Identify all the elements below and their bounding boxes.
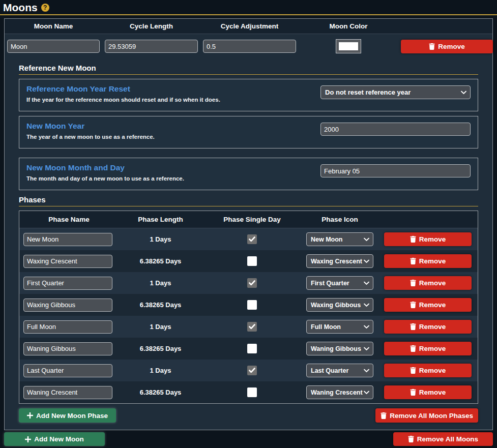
remove-phase-button[interactable]: Remove [384, 385, 472, 399]
cycle-length-input[interactable] [105, 40, 198, 53]
chevron-down-icon [364, 281, 369, 285]
phase-icon-select[interactable]: Full Moon [306, 320, 373, 334]
moon-color-picker[interactable] [336, 39, 361, 53]
remove-phase-button[interactable]: Remove [384, 232, 472, 246]
page-footer: Add New Moon Remove All Moons [4, 432, 493, 446]
remove-phase-button[interactable]: Remove [384, 254, 472, 268]
help-icon[interactable]: ? [41, 4, 49, 12]
remove-phase-label: Remove [419, 367, 446, 374]
phase-single-day-checkbox[interactable] [247, 256, 257, 266]
phase-icon-select[interactable]: Waning Gibbous [306, 342, 373, 355]
remove-all-moon-phases-label: Remove All Moon Phases [390, 412, 473, 420]
setting-title: Reference Moon Year Reset [26, 84, 220, 94]
new-moon-year-input[interactable] [320, 123, 471, 136]
moon-name-input[interactable] [7, 40, 100, 53]
chevron-down-icon [461, 91, 466, 94]
chevron-down-icon [364, 325, 369, 328]
add-new-moon-button[interactable]: Add New Moon [4, 432, 105, 446]
trash-icon [381, 412, 387, 419]
new-moon-month-day-input[interactable] [320, 164, 471, 177]
remove-phase-label: Remove [419, 389, 446, 396]
phase-row: 6.38265 Days Waning Gibbous Remove [19, 338, 478, 360]
cycle-adjustment-input[interactable] [203, 40, 296, 53]
remove-phase-button[interactable]: Remove [384, 342, 472, 355]
selected-option-label: Waxing Crescent [311, 258, 362, 265]
setting-title: New Moon Month and Day [26, 163, 184, 172]
remove-moon-button[interactable]: Remove [401, 40, 493, 53]
phase-length-header: Phase Length [119, 216, 202, 223]
phase-length-value: 1 Days [150, 323, 171, 331]
phase-name-header: Phase Name [19, 216, 119, 223]
remove-phase-button[interactable]: Remove [384, 276, 472, 290]
remove-phase-label: Remove [419, 235, 446, 243]
phase-single-day-checkbox[interactable] [247, 322, 257, 332]
remove-phase-button[interactable]: Remove [384, 364, 472, 377]
cycle-adjustment-header: Cycle Adjustment [200, 22, 299, 30]
remove-phase-button[interactable]: Remove [384, 320, 472, 334]
phases-section-heading: Phases [19, 195, 478, 206]
phase-name-input[interactable] [23, 386, 112, 399]
phase-single-day-checkbox[interactable] [247, 278, 257, 288]
chevron-down-icon [364, 347, 369, 350]
phase-row: 1 Days First Quarter Remove [19, 272, 478, 294]
reference-section-heading: Reference New Moon [19, 64, 478, 75]
phase-icon-select[interactable]: New Moon [306, 232, 373, 246]
phase-single-day-checkbox[interactable] [247, 300, 257, 310]
check-icon [249, 236, 255, 242]
phase-name-input[interactable] [23, 364, 112, 377]
remove-moon-label: Remove [438, 43, 465, 50]
chevron-down-icon [364, 369, 369, 372]
phase-length-value: 1 Days [150, 367, 171, 374]
phase-name-input[interactable] [23, 342, 112, 355]
phase-single-day-checkbox[interactable] [247, 366, 257, 375]
moon-color-header: Moon Color [299, 22, 398, 30]
selected-option-label: Last Quarter [311, 367, 348, 374]
remove-phase-button[interactable]: Remove [384, 298, 472, 312]
phase-name-input[interactable] [23, 320, 112, 334]
phase-icon-select[interactable]: Waxing Crescent [306, 254, 373, 268]
trash-icon [410, 236, 416, 243]
phase-name-input[interactable] [23, 233, 112, 246]
phase-icon-select[interactable]: Last Quarter [306, 364, 373, 377]
phase-icon-header: Phase Icon [302, 216, 378, 223]
phase-single-day-checkbox[interactable] [247, 344, 257, 353]
phase-row: 6.38265 Days Waxing Gibbous Remove [19, 294, 478, 316]
phase-length-value: 1 Days [150, 235, 171, 243]
check-icon [249, 280, 255, 286]
check-icon [249, 368, 255, 373]
selected-option-label: Waxing Gibbous [311, 302, 361, 309]
add-moon-phase-label: Add New Moon Phase [36, 412, 108, 420]
phase-row: 1 Days New Moon Remove [19, 228, 478, 250]
remove-all-moon-phases-button[interactable]: Remove All Moon Phases [375, 408, 478, 423]
setting-description: The month and day of a new moon to use a… [26, 175, 184, 182]
plus-icon [27, 412, 33, 419]
chevron-down-icon [364, 391, 369, 394]
check-icon [249, 324, 255, 330]
page-header: Moons ? [0, 0, 497, 15]
phase-name-input[interactable] [23, 298, 112, 312]
phases-table-header: Phase Name Phase Length Phase Single Day… [19, 211, 478, 228]
setting-new-moon-month-day: New Moon Month and Day The month and day… [19, 158, 478, 190]
phase-icon-select[interactable]: Waning Crescent [306, 385, 373, 399]
phase-single-day-checkbox[interactable] [247, 387, 257, 397]
moon-color-value [339, 42, 358, 50]
phases-footer: Add New Moon Phase Remove All Moon Phase… [19, 408, 478, 423]
moon-row: Remove [5, 34, 492, 58]
remove-phase-label: Remove [419, 345, 446, 352]
setting-reference-year-reset: Reference Moon Year Reset If the year fo… [19, 79, 478, 111]
remove-all-moons-button[interactable]: Remove All Moons [393, 432, 493, 446]
moon-details: Reference New Moon Reference Moon Year R… [5, 64, 492, 423]
trash-icon [410, 389, 416, 396]
reference-year-reset-select[interactable]: Do not reset reference year [320, 85, 471, 99]
trash-icon [410, 345, 416, 352]
phase-single-day-checkbox[interactable] [247, 234, 257, 244]
phase-name-input[interactable] [23, 277, 112, 290]
phases-table: Phase Name Phase Length Phase Single Day… [19, 211, 478, 404]
remove-phase-label: Remove [419, 301, 446, 309]
trash-icon [408, 436, 414, 442]
phase-name-input[interactable] [23, 255, 112, 268]
phase-row: 1 Days Last Quarter Remove [19, 360, 478, 381]
phase-icon-select[interactable]: Waxing Gibbous [306, 298, 373, 312]
add-moon-phase-button[interactable]: Add New Moon Phase [19, 408, 116, 423]
phase-icon-select[interactable]: First Quarter [306, 276, 373, 290]
